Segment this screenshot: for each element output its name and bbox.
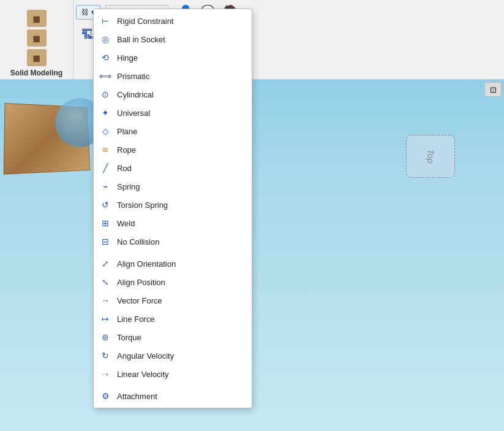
solid-modeling-icon-2: ◼ (27, 29, 47, 47)
menu-label-vector-force: Vector Force (117, 296, 162, 305)
menu-icon-align-position: ⤡ (99, 276, 112, 288)
menu-icon-rod: ╱ (99, 162, 112, 174)
menu-item-universal[interactable]: ✦Universal (94, 104, 252, 122)
menu-item-linear-velocity[interactable]: ⇢Linear Velocity (94, 365, 252, 383)
menu-item-hinge[interactable]: ⟲Hinge (94, 48, 252, 67)
menu-icon-rope: ≋ (99, 143, 112, 156)
menu-item-rigid-constraint[interactable]: ⊢Rigid Constraint (94, 12, 252, 30)
menu-label-rod: Rod (117, 164, 132, 173)
model-icon: 🏗 (81, 28, 94, 42)
top-view-text: Top (426, 150, 435, 164)
top-view-label-box: Top (406, 135, 455, 178)
menu-icon-spring: ⌁ (99, 180, 112, 193)
menu-label-align-position: Align Position (117, 278, 165, 287)
menu-label-rigid-constraint: Rigid Constraint (117, 17, 174, 26)
menu-item-align-position[interactable]: ⤡Align Position (94, 273, 252, 291)
menu-label-line-force: Line Force (117, 315, 154, 324)
menu-icon-hinge: ⟲ (99, 51, 112, 64)
menu-item-vector-force[interactable]: →Vector Force (94, 291, 252, 310)
menu-label-universal: Universal (117, 109, 150, 118)
menu-item-angular-velocity[interactable]: ↻Angular Velocity (94, 346, 252, 365)
menu-item-prismatic[interactable]: ⟺Prismatic (94, 67, 252, 85)
menu-item-rope[interactable]: ≋Rope (94, 140, 252, 159)
menu-label-attachment: Attachment (117, 392, 157, 401)
menu-item-torque[interactable]: ⊛Torque (94, 328, 252, 346)
menu-label-no-collision: No Collision (117, 237, 159, 246)
menu-icon-angular-velocity: ↻ (99, 349, 112, 362)
menu-label-rope: Rope (117, 145, 136, 154)
menu-icon-torque: ⊛ (99, 331, 112, 343)
menu-icon-attachment: ⚙ (99, 390, 112, 402)
menu-label-hinge: Hinge (117, 53, 138, 63)
menu-item-no-collision[interactable]: ⊟No Collision (94, 232, 252, 251)
menu-icon-rigid-constraint: ⊢ (99, 15, 112, 27)
menu-item-plane[interactable]: ◇Plane (94, 122, 252, 140)
menu-label-linear-velocity: Linear Velocity (117, 370, 169, 379)
solid-modeling-icon-1: ◼ (27, 10, 47, 27)
menu-label-torsion-spring: Torsion Spring (117, 200, 168, 210)
menu-icon-prismatic: ⟺ (99, 70, 112, 82)
menu-label-spring: Spring (117, 182, 140, 191)
menu-item-line-force[interactable]: ↦Line Force (94, 310, 252, 328)
menu-icon-universal: ✦ (99, 107, 112, 119)
menu-item-weld[interactable]: ⊞Weld (94, 214, 252, 232)
menu-icon-vector-force: → (99, 294, 112, 307)
menu-icon-plane: ◇ (99, 125, 112, 137)
menu-icon-align-orientation: ⤢ (99, 257, 112, 270)
menu-item-attachment[interactable]: ⚙Attachment (94, 387, 252, 405)
menu-item-ball-in-socket[interactable]: ◎Ball in Socket (94, 30, 252, 48)
menu-icon-cylindrical: ⊙ (99, 88, 112, 101)
solid-modeling-icons: ◼ ◼ ◼ (27, 10, 47, 66)
chain-icon: ⛓ (81, 8, 89, 17)
menu-icon-linear-velocity: ⇢ (99, 368, 112, 380)
menu-item-torsion-spring[interactable]: ↺Torsion Spring (94, 196, 252, 214)
menu-item-rod[interactable]: ╱Rod (94, 159, 252, 177)
resize-icon: ⊡ (490, 85, 497, 94)
toolbar-solid-modeling: ◼ ◼ ◼ Solid Modeling (0, 0, 73, 82)
menu-label-prismatic: Prismatic (117, 72, 149, 81)
menu-label-angular-velocity: Angular Velocity (117, 351, 174, 360)
solid-modeling-label: Solid Modeling (10, 69, 62, 77)
menu-item-spring[interactable]: ⌁Spring (94, 177, 252, 196)
constraint-dropdown-menu: ⊢Rigid Constraint◎Ball in Socket⟲Hinge⟺P… (93, 9, 252, 408)
menu-icon-ball-in-socket: ◎ (99, 33, 112, 45)
menu-label-align-orientation: Align Orientation (117, 259, 176, 269)
solid-modeling-icon-3: ◼ (27, 49, 47, 66)
menu-item-align-orientation[interactable]: ⤢Align Orientation (94, 254, 252, 273)
menu-label-ball-in-socket: Ball in Socket (117, 35, 165, 44)
menu-icon-weld: ⊞ (99, 217, 112, 229)
menu-item-cylindrical[interactable]: ⊙Cylindrical (94, 85, 252, 104)
menu-label-torque: Torque (117, 333, 141, 342)
menu-label-cylindrical: Cylindrical (117, 90, 154, 99)
menu-icon-line-force: ↦ (99, 313, 112, 325)
menu-icon-no-collision: ⊟ (99, 235, 112, 248)
menu-label-plane: Plane (117, 127, 137, 136)
menu-label-weld: Weld (117, 219, 135, 228)
menu-icon-torsion-spring: ↺ (99, 199, 112, 211)
viewport-resize-button[interactable]: ⊡ (484, 82, 502, 97)
